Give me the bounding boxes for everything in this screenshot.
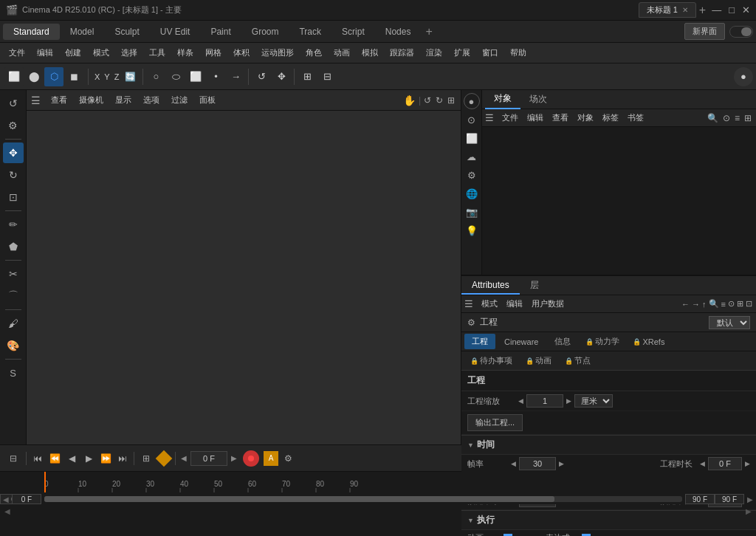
- workspace-toggle[interactable]: [729, 26, 753, 38]
- tl-scroll-right-arrow[interactable]: ▶: [744, 495, 756, 504]
- right-icon-cloud[interactable]: ☁: [464, 148, 480, 165]
- sidebar-bend-icon[interactable]: ⌒: [3, 286, 24, 306]
- fps-field[interactable]: 30: [519, 457, 556, 470]
- tl-scroll-left-arrow[interactable]: ◀: [0, 495, 12, 504]
- vp-options-btn[interactable]: 选项: [139, 93, 164, 107]
- attr-more-icon[interactable]: ⊡: [745, 299, 753, 309]
- scale-arrow-right[interactable]: ▶: [566, 397, 571, 405]
- tl-goto-start-btn[interactable]: ⏮: [30, 451, 45, 466]
- grid-v-icon[interactable]: ⊟: [317, 67, 337, 86]
- rotate-icon[interactable]: ↺: [252, 67, 271, 86]
- sidebar-sculpt-icon[interactable]: S: [3, 363, 24, 383]
- tl-play-back-btn[interactable]: ◀: [64, 451, 79, 466]
- menu-file[interactable]: 文件: [3, 46, 31, 60]
- attr-back-icon[interactable]: ←: [681, 300, 690, 309]
- workspace-new-scene[interactable]: 新界面: [684, 23, 725, 40]
- attr-lock-icon[interactable]: ≡: [721, 300, 726, 309]
- workspace-tab-track[interactable]: Track: [289, 24, 331, 40]
- menu-mode[interactable]: 模式: [87, 46, 115, 60]
- fps-arrow-left[interactable]: ◀: [511, 460, 516, 467]
- menu-tools[interactable]: 工具: [143, 46, 171, 60]
- tl-keyframe-red-btn[interactable]: A: [264, 451, 278, 466]
- tl-step-back-btn[interactable]: ⏪: [47, 451, 62, 466]
- vp-view-btn[interactable]: 查看: [47, 93, 72, 107]
- menu-volume[interactable]: 体积: [227, 46, 255, 60]
- obj-menu-view[interactable]: 查看: [549, 111, 572, 124]
- obj-menu-bookmark[interactable]: 书签: [624, 111, 647, 124]
- exec-section-arrow[interactable]: ▼: [467, 517, 474, 524]
- workspace-tab-sculpt[interactable]: Sculpt: [104, 24, 149, 40]
- scale-unit-dropdown[interactable]: 厘米: [574, 394, 613, 408]
- snap-dot-icon[interactable]: •: [206, 67, 225, 86]
- close-btn[interactable]: ✕: [742, 4, 750, 16]
- sidebar-knife-icon[interactable]: ✂: [3, 264, 24, 284]
- workspace-tab-nodes[interactable]: Nodes: [375, 24, 422, 40]
- export-project-btn[interactable]: 输出工程...: [467, 414, 523, 431]
- sidebar-polygon-icon[interactable]: ⬟: [3, 236, 24, 257]
- proj-len-arrow-r[interactable]: ▶: [745, 460, 750, 467]
- exec-expr-checkbox[interactable]: ✓: [582, 534, 591, 537]
- attr-subtab-info[interactable]: 信息: [547, 334, 578, 349]
- tl-record-btn[interactable]: [243, 450, 259, 467]
- tl-play-btn[interactable]: ▶: [81, 451, 96, 466]
- vp-undo-icon[interactable]: ↺: [422, 95, 433, 106]
- attr-search-icon[interactable]: 🔍: [708, 299, 720, 309]
- tl-snap-icon[interactable]: ⊟: [4, 450, 22, 467]
- attr-subtab2-nodes[interactable]: 🔒节点: [559, 353, 597, 368]
- snap-arrow-icon[interactable]: →: [226, 67, 245, 86]
- attr-up-icon[interactable]: ↑: [701, 300, 707, 309]
- right-icon-world[interactable]: 🌐: [464, 185, 480, 202]
- mode-poly-icon[interactable]: ◼: [64, 67, 83, 86]
- obj-menu-tag[interactable]: 标签: [599, 111, 622, 124]
- sidebar-rotate-icon[interactable]: ↻: [3, 165, 24, 185]
- render-icon[interactable]: ●: [734, 67, 753, 86]
- right-icon-obj[interactable]: ⊙: [464, 111, 480, 128]
- snap-cylinder-icon[interactable]: ⬭: [166, 67, 185, 86]
- attr-project-dropdown[interactable]: 默认: [709, 316, 750, 329]
- minimize-btn[interactable]: —: [712, 4, 721, 16]
- attr-pin-icon[interactable]: ⊙: [727, 299, 735, 309]
- attr-hamburger[interactable]: ☰: [464, 298, 473, 309]
- tab-close-icon[interactable]: ✕: [682, 6, 688, 14]
- menu-spline[interactable]: 样条: [171, 46, 199, 60]
- obj-search-icon[interactable]: 🔍: [706, 113, 720, 123]
- vp-hand-icon[interactable]: ✋: [402, 95, 417, 106]
- mode-cube-icon[interactable]: ⬜: [4, 67, 24, 86]
- vp-display-btn[interactable]: 显示: [111, 93, 136, 107]
- right-icon-cube[interactable]: ⬜: [464, 130, 480, 146]
- tl-range-end-field[interactable]: 90 F: [685, 494, 715, 504]
- menu-extend[interactable]: 扩展: [448, 46, 476, 60]
- menu-simulate[interactable]: 模拟: [356, 46, 384, 60]
- obj-circle-icon[interactable]: ⊙: [721, 113, 732, 123]
- attr-subtab2-anim[interactable]: 🔒动画: [520, 353, 557, 368]
- workspace-tab-paint[interactable]: Paint: [200, 24, 241, 40]
- tl-frame-arrow-l[interactable]: ◀: [179, 454, 188, 462]
- menu-create[interactable]: 创建: [59, 46, 87, 60]
- tl-current-frame[interactable]: 0 F: [190, 451, 227, 466]
- sidebar-settings-icon[interactable]: ⚙: [3, 115, 24, 136]
- obj-hamburger[interactable]: ☰: [485, 112, 494, 123]
- maximize-btn[interactable]: □: [729, 4, 735, 16]
- tl-scroll-thumb[interactable]: [44, 496, 554, 502]
- snap-cube2-icon[interactable]: ⬜: [186, 67, 205, 86]
- attr-menu-edit[interactable]: 编辑: [503, 298, 526, 310]
- attr-forward-icon[interactable]: →: [691, 300, 701, 309]
- obj-menu-obj[interactable]: 对象: [574, 111, 597, 124]
- workspace-tab-model[interactable]: Model: [60, 24, 105, 40]
- menu-render[interactable]: 渲染: [420, 46, 448, 60]
- sidebar-scale-icon[interactable]: ⊡: [3, 187, 24, 207]
- sidebar-paint-icon[interactable]: 🎨: [3, 335, 24, 356]
- tl-frame-arrow-r[interactable]: ▶: [230, 454, 238, 462]
- tab-add-btn[interactable]: +: [699, 4, 706, 17]
- tl-goto-end-btn[interactable]: ⏭: [115, 451, 130, 466]
- obj-menu-file[interactable]: 文件: [498, 111, 522, 124]
- right-icon-light[interactable]: 💡: [464, 222, 480, 238]
- obj-tab-object[interactable]: 对象: [485, 89, 520, 109]
- tl-range-start-field[interactable]: 0 F: [12, 494, 41, 504]
- menu-edit[interactable]: 编辑: [31, 46, 59, 60]
- vp-redo-icon[interactable]: ↻: [434, 95, 444, 106]
- fps-arrow-right[interactable]: ▶: [559, 460, 564, 467]
- scale-value-field[interactable]: 1: [526, 394, 563, 408]
- right-icon-cam[interactable]: 📷: [464, 204, 480, 220]
- workspace-tab-groom[interactable]: Groom: [241, 24, 289, 40]
